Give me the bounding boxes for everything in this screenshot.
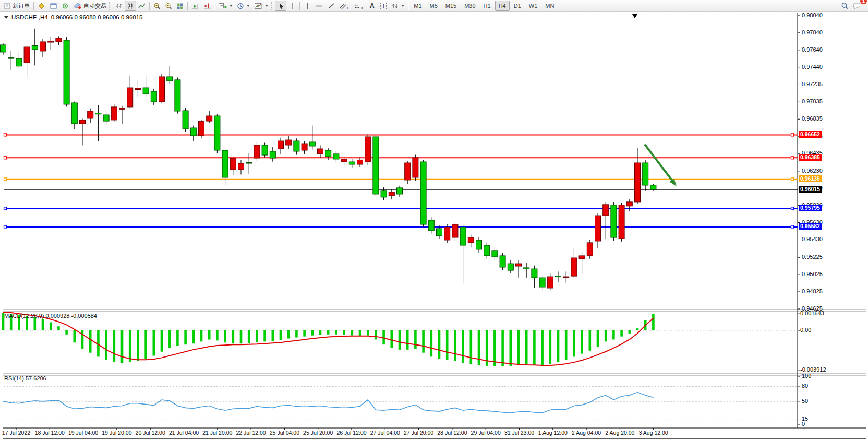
signals-button[interactable] (59, 1, 71, 11)
toolbar-divider (214, 2, 214, 10)
timeframe-button-m1[interactable]: M1 (410, 1, 425, 11)
auto-trading-label: 自动交易 (83, 2, 106, 10)
search-button[interactable] (839, 1, 851, 11)
new-order-icon (4, 3, 11, 9)
chevron-down-icon (230, 5, 233, 7)
timeframe-button-m30[interactable]: M30 (461, 1, 479, 11)
channel-tool-button[interactable]: E (337, 1, 352, 11)
chat-bubble-icon (853, 2, 861, 9)
text-tool-button[interactable]: A (366, 1, 378, 11)
vertical-line-tool-button[interactable] (302, 1, 313, 11)
toolbar-grip (109, 2, 112, 10)
macd-name: MACD(12,26,9) (4, 313, 44, 319)
crosshair-icon (288, 3, 296, 9)
chart-ohlc-values: 0.96066 0.96080 0.96006 0.96015 (51, 14, 143, 20)
chart-canvas[interactable] (0, 0, 868, 440)
toolbar-divider (187, 2, 188, 10)
fibonacci-icon (354, 3, 361, 9)
chart-menu-icon[interactable] (4, 16, 8, 19)
zoom-out-button[interactable] (163, 1, 174, 11)
crosshair-tool-button[interactable] (286, 1, 298, 11)
timeframe-button-d1[interactable]: D1 (510, 1, 525, 11)
channel-sub-label: E (347, 6, 349, 10)
horizontal-line-tool-button[interactable] (313, 1, 326, 11)
zoom-in-icon (153, 3, 161, 9)
label-tool-icon: T (380, 3, 387, 9)
chevron-down-icon (247, 5, 250, 7)
timeframe-toolbar: M1M5M15M30H1H4D1W1MN (410, 1, 558, 11)
bar-chart-button[interactable] (113, 1, 125, 11)
label-tool-button[interactable]: T (378, 1, 389, 11)
bar-chart-icon (115, 3, 123, 9)
tile-windows-icon (176, 3, 184, 9)
fibonacci-tool-button[interactable]: F (352, 1, 366, 11)
chart-shift-button[interactable] (201, 1, 212, 11)
horizontal-line-icon (315, 3, 323, 9)
vertical-line-icon (305, 3, 310, 9)
cursor-tool-button[interactable] (275, 1, 286, 11)
tile-windows-button[interactable] (174, 1, 186, 11)
rsi-indicator-label: RSI(14) 57.6206 (4, 375, 46, 382)
chart-window-icon (50, 3, 57, 9)
trendline-icon (328, 3, 335, 9)
toolbar-grip (271, 2, 273, 10)
macd-indicator-label: MACD(12,26,9) 0.000928 -0.000584 (4, 313, 97, 319)
rsi-name: RSI(14) (4, 375, 24, 382)
arrows-tool-button[interactable] (389, 1, 406, 11)
timeframe-button-m5[interactable]: M5 (426, 1, 441, 11)
toolbar-divider (33, 2, 34, 10)
trendline-tool-button[interactable] (326, 1, 337, 11)
timeframe-button-mn[interactable]: MN (541, 1, 558, 11)
templates-button[interactable] (252, 1, 270, 11)
candlestick-chart-icon (127, 3, 134, 9)
timeframe-button-w1[interactable]: W1 (525, 1, 541, 11)
line-chart-icon (138, 3, 146, 9)
zoom-in-button[interactable] (151, 1, 163, 11)
candle-chart-button[interactable] (125, 1, 136, 11)
cursor-icon (278, 3, 284, 9)
notification-badge[interactable]: 1 (860, 0, 867, 4)
auto-scroll-button[interactable] (189, 1, 201, 11)
signal-icon (62, 3, 69, 9)
timeframe-button-h1[interactable]: H1 (480, 1, 495, 11)
zoom-out-icon (165, 3, 172, 9)
add-indicator-icon (218, 3, 227, 9)
macd-main-value: 0.000928 (45, 313, 69, 319)
timeframe-button-m15[interactable]: M15 (442, 1, 460, 11)
chart-windows-button[interactable] (47, 1, 59, 11)
auto-trading-button[interactable]: 自动交易 (71, 1, 108, 11)
line-chart-button[interactable] (136, 1, 148, 11)
chart-shift-icon (203, 3, 210, 9)
rsi-value: 57.6206 (26, 375, 46, 382)
chart-symbol-period: USDCHF-,H4 (11, 14, 48, 20)
new-order-button[interactable]: 新订单 (2, 1, 32, 11)
main-toolbar: 新订单 自动交易 (0, 0, 868, 12)
chevron-down-icon (265, 5, 268, 7)
autotrade-cloud-icon (74, 3, 82, 9)
toolbar-divider (149, 2, 150, 10)
chevron-down-icon (401, 5, 404, 7)
search-icon (841, 2, 849, 9)
toolbar-divider (408, 2, 408, 10)
fibonacci-sub-label: F (361, 6, 364, 10)
arrows-icon (391, 3, 399, 9)
equidistant-channel-icon (339, 3, 346, 9)
market-depth-button[interactable] (35, 1, 47, 11)
toolbar-divider (299, 2, 300, 10)
notifications-container: 1 (851, 1, 863, 11)
new-order-label: 新订单 (13, 2, 30, 10)
add-indicator-button[interactable] (216, 1, 235, 11)
text-tool-icon: A (370, 2, 375, 9)
template-icon (254, 3, 262, 9)
chart-title: USDCHF-,H4 0.96066 0.96080 0.96006 0.960… (4, 14, 143, 20)
clock-icon (237, 3, 244, 9)
macd-signal-value: -0.000584 (71, 313, 97, 319)
timeframe-button-h4[interactable]: H4 (495, 1, 510, 11)
gold-ingot-icon (38, 3, 45, 9)
periods-button[interactable] (235, 1, 252, 11)
auto-scroll-icon (191, 3, 199, 9)
